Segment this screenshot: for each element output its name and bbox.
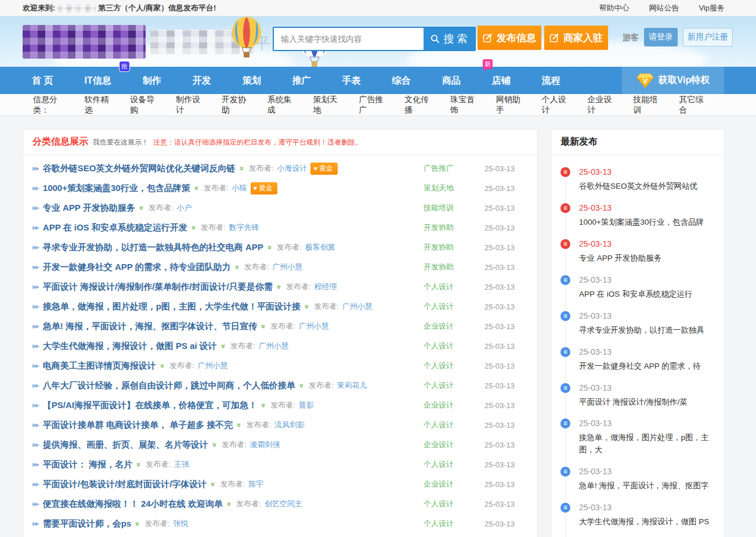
post-category-link[interactable]: 开发协助 [424,222,484,233]
feed-item[interactable]: ≣ 25-03-13 接急单，做海报，图片处理，p图，主图，大 [560,413,715,462]
publisher-link[interactable]: 极客创翼 [305,242,335,253]
category-bar-link[interactable]: 广告推广 [359,95,389,116]
category-bar-link[interactable]: 文化传播 [404,95,435,116]
publisher-link[interactable]: 程经理 [314,282,337,292]
post-title-link[interactable]: 八年大厂设计经验，原创自由设计师，跳过中间商，个人低价接单 [43,380,295,391]
expand-chevron-icon[interactable]: « [218,344,227,348]
category-bar-link[interactable]: 制作设计 [176,95,206,116]
post-category-link[interactable]: 开发协助 [424,242,484,253]
feed-item[interactable]: ≣ 25-03-13 谷歌外链SEO英文外链外贸网站优 [560,162,715,198]
nav-item[interactable]: 策划 [227,67,277,94]
category-bar-link[interactable]: 珠宝首饰 [450,95,480,116]
post-title-link[interactable]: 提供海报、画册、折页、展架、名片等设计 [43,439,208,450]
expand-chevron-icon[interactable]: « [232,265,241,269]
publisher-link[interactable]: 茉莉花儿 [337,380,367,391]
publisher-link[interactable]: 凌霜剑侠 [250,439,280,450]
expand-chevron-icon[interactable]: « [224,502,233,506]
post-category-link[interactable]: 广告推广 [424,163,484,174]
publisher-link[interactable]: 王强 [174,459,189,470]
post-category-link[interactable]: 开发协助 [424,262,484,272]
post-title-link[interactable]: 需要平面设计师，会ps [43,518,132,529]
post-title-link[interactable]: 开发一款健身社交 APP 的需求，待专业团队助力 [43,262,231,273]
category-bar-link[interactable]: 软件精选 [84,95,114,116]
publisher-link[interactable]: 流风剑影 [274,420,305,430]
nav-item[interactable]: IT信息 [68,67,126,94]
post-title-link[interactable]: 大学生代做海报，海报设计，做图 PS ai 设计 [43,341,217,352]
post-title-link[interactable]: 寻求专业开发协助，以打造一款独具特色的社交电商 APP [43,242,263,253]
topbar-link[interactable]: 帮助中心 [599,3,629,13]
nav-item[interactable]: 流程 [526,67,576,94]
post-category-link[interactable]: 个人设计 [424,420,484,430]
expand-chevron-icon[interactable]: « [157,363,166,367]
post-title-link[interactable]: 平面设计/包装设计/封底封面设计/字体设计 [43,479,207,490]
post-category-link[interactable]: 个人设计 [424,282,484,292]
post-title-link[interactable]: 平面设计： 海报，名片 [43,459,132,470]
post-title-link[interactable]: 电商美工主图详情页海报设计 [43,361,156,372]
category-bar-link[interactable]: 开发协助 [222,95,252,116]
register-button[interactable]: 新用户注册 [683,28,733,46]
category-bar-link[interactable]: 其它综合 [679,95,709,116]
feed-item[interactable]: ≣ 25-03-13 寻求专业开发协助，以打造一款独具 [560,306,715,342]
publisher-link[interactable]: 数字先锋 [229,222,259,233]
post-category-link[interactable]: 企业设计 [424,439,484,450]
publisher-link[interactable]: 陈宇 [248,479,263,489]
post-category-link[interactable]: 个人设计 [424,499,484,509]
post-category-link[interactable]: 企业设计 [424,400,484,410]
expand-chevron-icon[interactable]: « [258,403,267,407]
expand-chevron-icon[interactable]: « [274,284,283,289]
feed-item[interactable]: ≣ 25-03-13 大学生代做海报，海报设计，做图 PS [560,498,715,534]
publisher-link[interactable]: 广州小慧 [198,361,228,371]
category-bar-link[interactable]: 设备导购 [130,95,160,116]
publisher-link[interactable]: 广州小慧 [259,341,289,351]
post-category-link[interactable]: 企业设计 [424,479,484,489]
nav-item[interactable]: 首 页 [16,67,68,94]
post-category-link[interactable]: 个人设计 [424,341,484,351]
topbar-link[interactable]: Vip服务 [699,3,725,13]
category-bar-link[interactable]: 系统集成 [267,95,298,116]
nav-item[interactable]: 店铺 [476,67,526,94]
post-title-link[interactable]: 接急单，做海报，图片处理，p图，主图，大学生代做！平面设计接 [43,301,301,312]
topbar-link[interactable]: 网站公告 [649,3,679,13]
nav-item[interactable]: 开发 [177,67,227,94]
expand-chevron-icon[interactable]: « [296,383,305,387]
feed-item[interactable]: ≣ 25-03-13 1000+策划案涵盖30行业，包含品牌 [560,198,715,234]
post-title-link[interactable]: 急单! 海报，平面设计，海报、抠图字体设计、节日宣传 [43,321,257,332]
post-category-link[interactable]: 个人设计 [424,459,484,470]
publisher-link[interactable]: 小户 [177,203,192,213]
post-category-link[interactable]: 个人设计 [424,361,484,371]
feed-item[interactable]: ≣ 25-03-13 开发一款健身社交 APP 的需求，待 [560,342,715,378]
feed-item[interactable]: ≣ 25-03-13 专业 APP 开发协助服务 [560,234,715,270]
publisher-link[interactable]: 广州小慧 [299,321,329,331]
post-category-link[interactable]: 策划天地 [424,183,484,193]
category-bar-link[interactable]: 网销助手 [496,95,526,116]
gold-badge[interactable]: ♥黄金 [310,163,338,175]
merchant-join-button[interactable]: 商家入驻 [544,26,608,50]
post-category-link[interactable]: 个人设计 [424,380,484,391]
expand-chevron-icon[interactable]: « [208,482,216,486]
expand-chevron-icon[interactable]: « [258,324,267,328]
gold-badge[interactable]: ♥黄金 [251,182,278,194]
post-title-link[interactable]: 1000+策划案涵盖30行业，包含品牌策 [43,183,190,194]
nav-item[interactable]: 制作 [127,67,177,94]
login-button[interactable]: 请登录 [644,28,678,46]
nav-item[interactable]: 综合 [377,67,426,94]
expand-chevron-icon[interactable]: « [189,225,197,229]
post-title-link[interactable]: 专业 APP 开发协助服务 [43,203,135,214]
expand-chevron-icon[interactable]: « [209,442,218,446]
post-title-link[interactable]: 【PS/AI海报平面设计】在线接单，价格便宜，可加急！ [43,400,257,411]
post-category-link[interactable]: 个人设计 [424,518,484,529]
category-bar-link[interactable]: 策划天地 [313,95,343,116]
search-button[interactable]: 搜 索 [424,28,475,50]
publisher-link[interactable]: 晋影 [299,400,314,410]
publisher-link[interactable]: 创艺空间主 [265,499,302,509]
publisher-link[interactable]: 小猫 [232,183,247,193]
publisher-link[interactable]: 小海设计 [277,163,307,174]
category-bar-link[interactable]: 企业设计 [588,95,618,116]
expand-chevron-icon[interactable]: « [265,245,273,249]
feed-item[interactable]: ≣ 25-03-13 APP 在 iOS 和安卓系统稳定运行 [560,270,715,306]
post-title-link[interactable]: 谷歌外链SEO英文外链外贸网站优化关键词反向链 [43,163,236,174]
feed-item[interactable]: ≣ 25-03-13 电商美工主图详情页海报设计 [560,534,715,537]
panel-note-link[interactable]: 我也要在这展示！ [93,138,149,147]
expand-chevron-icon[interactable]: « [133,462,142,466]
vip-privilege-button[interactable]: V 获取Vip特权 [622,67,724,94]
